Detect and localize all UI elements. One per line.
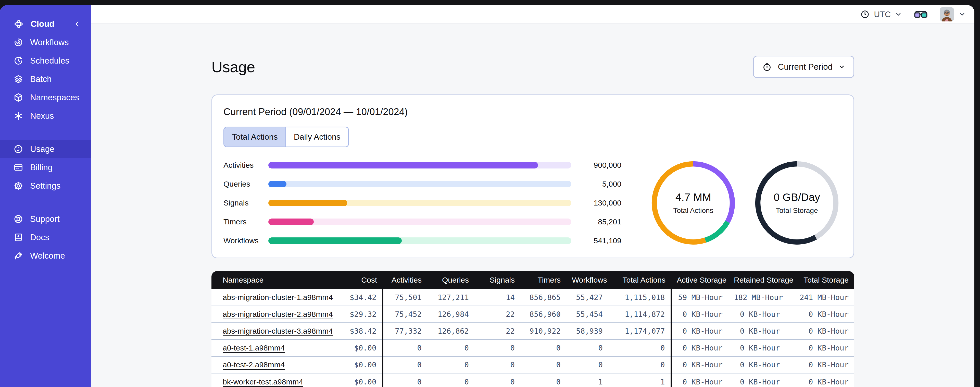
sidebar-item-nexus[interactable]: Nexus <box>0 107 91 125</box>
cell-signals: 22 <box>474 306 520 323</box>
namespace-link[interactable]: a0-test-2.a98mm4 <box>223 360 285 369</box>
page-title: Usage <box>212 58 255 76</box>
cell-activities: 0 <box>383 373 427 387</box>
sidebar-item-workflows[interactable]: Workflows <box>0 33 91 51</box>
sidebar-item-settings[interactable]: Settings <box>0 177 91 195</box>
batch-icon <box>13 74 24 84</box>
cell-timers: 910,922 <box>520 323 566 339</box>
cell-signals: 0 <box>474 373 520 387</box>
sidebar-item-schedules[interactable]: Schedules <box>0 51 91 70</box>
sidebar-brand-cloud[interactable]: Cloud <box>0 15 91 33</box>
sidebar-item-label: Docs <box>30 233 49 242</box>
support-icon <box>13 214 24 224</box>
cell-timers: 0 <box>520 357 566 373</box>
table-row: abs-migration-cluster-2.a98mm4$29.3275,4… <box>212 306 854 323</box>
donut-chart-total-storage: 0 GB/DayTotal Storage <box>754 160 840 246</box>
sidebar-item-support[interactable]: Support <box>0 210 91 228</box>
avatar <box>940 7 954 21</box>
actions-bar-chart: Activities900,000Queries5,000Signals130,… <box>223 161 621 245</box>
docs-icon <box>13 232 24 243</box>
usage-donut-charts: 4.7 MMTotal Actions0 GB/DayTotal Storage <box>650 160 842 246</box>
cell-total-actions: 1 <box>608 373 671 387</box>
table-row: a0-test-2.a98mm4$0.000000000 KB-Hour0 KB… <box>212 357 854 373</box>
sidebar-item-docs[interactable]: Docs <box>0 228 91 246</box>
cell-workflows: 0 <box>566 357 608 373</box>
cell-retained-storage: 182 MB-Hour <box>728 289 786 306</box>
cell-cost: $0.00 <box>344 373 383 387</box>
cell-total-storage: 0 KB-Hour <box>786 323 854 339</box>
sidebar-item-label: Nexus <box>30 111 54 121</box>
bar-row-activities: Activities900,000 <box>223 161 621 170</box>
namespace-link[interactable]: a0-test-1.a98mm4 <box>223 344 285 352</box>
namespace-usage-table-wrap: NamespaceCostActivitiesQueriesSignalsTim… <box>212 271 854 387</box>
cell-queries: 126,984 <box>427 306 474 323</box>
sidebar-item-label: Schedules <box>30 56 69 66</box>
schedules-icon <box>13 56 24 66</box>
bar-fill <box>268 237 402 244</box>
bar-track <box>268 181 571 187</box>
cell-cost: $0.00 <box>344 339 383 357</box>
chevron-left-icon[interactable] <box>73 20 81 28</box>
cell-signals: 0 <box>474 357 520 373</box>
cell-timers: 0 <box>520 373 566 387</box>
cell-cost: $29.32 <box>344 306 383 323</box>
cell-activities: 0 <box>383 357 427 373</box>
main-area: UTC <box>91 5 974 387</box>
bar-label: Activities <box>223 161 268 170</box>
sidebar-item-billing[interactable]: Billing <box>0 158 91 177</box>
sidebar-item-label: Billing <box>30 163 52 172</box>
cell-total-storage: 0 KB-Hour <box>786 357 854 373</box>
bar-value: 85,201 <box>571 217 621 226</box>
column-header-total-storage: Total Storage <box>786 271 854 289</box>
table-row: bk-worker-test.a98mm4$0.000000110 KB-Hou… <box>212 373 854 387</box>
cell-total-storage: 0 KB-Hour <box>786 339 854 357</box>
bar-row-signals: Signals130,000 <box>223 198 621 207</box>
content-area: Usage Current Period Current Period (09/… <box>91 24 974 387</box>
namespace-link[interactable]: abs-migration-cluster-1.a98mm4 <box>223 293 333 301</box>
cell-active-storage: 0 KB-Hour <box>671 357 728 373</box>
cell-total-actions: 1,174,077 <box>608 323 671 339</box>
cell-total-actions: 0 <box>608 339 671 357</box>
column-header-timers: Timers <box>520 271 566 289</box>
cell-workflows: 58,939 <box>566 323 608 339</box>
stopwatch-icon <box>762 62 772 72</box>
donut-center-value: 0 GB/Day <box>774 191 820 203</box>
period-dropdown-button[interactable]: Current Period <box>753 56 854 78</box>
account-menu-button[interactable] <box>940 7 966 21</box>
cell-workflows: 1 <box>566 373 608 387</box>
cell-timers: 0 <box>520 339 566 357</box>
cell-queries: 126,862 <box>427 323 474 339</box>
sidebar-item-usage[interactable]: Usage <box>0 140 91 158</box>
clock-icon <box>860 10 870 19</box>
namespace-cell: abs-migration-cluster-1.a98mm4 <box>212 289 344 306</box>
cell-cost: $0.00 <box>344 357 383 373</box>
timezone-label: UTC <box>874 10 891 19</box>
sidebar-brand-label: Cloud <box>30 19 54 29</box>
timezone-selector[interactable]: UTC <box>860 10 902 19</box>
namespace-cell: bk-worker-test.a98mm4 <box>212 373 344 387</box>
glasses-button[interactable] <box>914 9 928 20</box>
sidebar-item-namespaces[interactable]: Namespaces <box>0 88 91 107</box>
nexus-icon <box>13 111 24 121</box>
tab-daily-actions[interactable]: Daily Actions <box>285 127 348 147</box>
column-header-queries: Queries <box>427 271 474 289</box>
sidebar-item-label: Workflows <box>30 38 69 47</box>
period-dropdown-label: Current Period <box>778 62 832 72</box>
table-row: abs-migration-cluster-1.a98mm4$34.4275,5… <box>212 289 854 306</box>
bar-value: 5,000 <box>571 180 621 189</box>
table-body: abs-migration-cluster-1.a98mm4$34.4275,5… <box>212 289 854 387</box>
namespace-link[interactable]: abs-migration-cluster-3.a98mm4 <box>223 327 333 335</box>
namespace-cell: a0-test-1.a98mm4 <box>212 339 344 357</box>
namespace-link[interactable]: bk-worker-test.a98mm4 <box>223 377 303 386</box>
table-row: abs-migration-cluster-3.a98mm4$38.4277,3… <box>212 323 854 339</box>
bar-label: Timers <box>223 217 268 226</box>
usage-card-title: Current Period (09/01/2024 — 10/01/2024) <box>223 106 842 117</box>
namespace-link[interactable]: abs-migration-cluster-2.a98mm4 <box>223 310 333 318</box>
sidebar-item-label: Settings <box>30 181 60 191</box>
usage-chart-section: Activities900,000Queries5,000Signals130,… <box>223 160 842 246</box>
column-header-namespace: Namespace <box>212 271 344 289</box>
sidebar-item-welcome[interactable]: Welcome <box>0 246 91 265</box>
tab-total-actions[interactable]: Total Actions <box>224 127 285 147</box>
billing-icon <box>13 162 24 173</box>
sidebar-item-batch[interactable]: Batch <box>0 70 91 88</box>
